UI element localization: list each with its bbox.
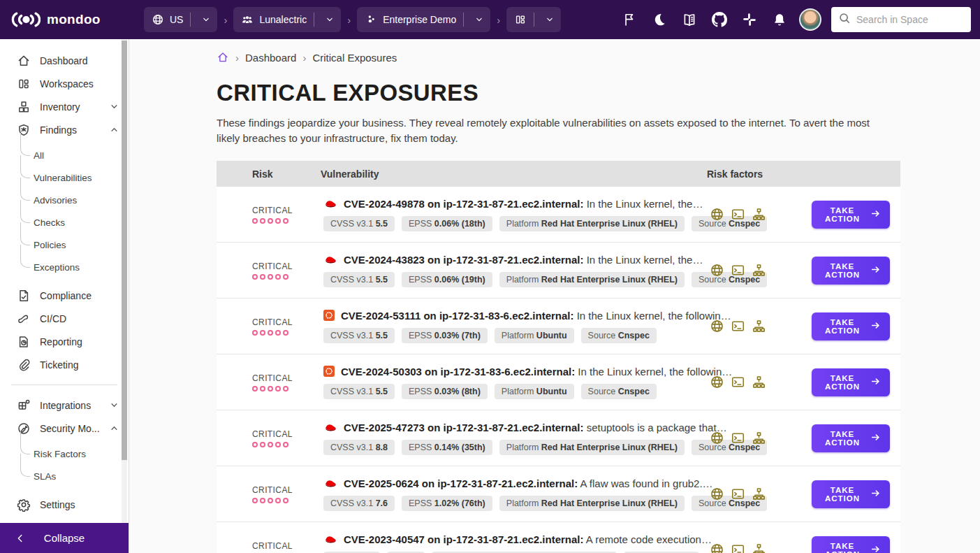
vulnerability-link[interactable]: CVE-2024-50303 on ip-172-31-83-6.ec2.int… — [341, 366, 732, 378]
internet-risk-factor-icon[interactable] — [710, 543, 724, 553]
vulnerability-link[interactable]: CVE-2024-43823 on ip-172-31-87-21.ec2.in… — [344, 254, 703, 266]
severity-dot — [283, 274, 288, 280]
badge-cvss-v3-1: CVSS v3.1 8.8 — [323, 440, 395, 455]
sidebar-subitem-checks[interactable]: Checks — [0, 211, 129, 234]
github-button[interactable] — [708, 8, 731, 31]
sidebar-collapse-button[interactable]: Collapse — [0, 523, 129, 553]
vulnerability-link[interactable]: CVE-2025-0624 on ip-172-31-87-21.ec2.int… — [344, 477, 713, 489]
redhat-icon — [323, 422, 337, 432]
risk-severity-label: CRITICAL — [252, 206, 321, 215]
terminal-risk-factor-icon[interactable] — [731, 487, 745, 501]
sidebar-subitem-all[interactable]: All — [0, 144, 129, 166]
internet-risk-factor-icon[interactable] — [710, 431, 724, 445]
sidebar-item-ticketing[interactable]: Ticketing — [0, 353, 129, 376]
vulnerability-link[interactable]: CVE-2023-40547 on ip-172-31-87-21.ec2.in… — [344, 533, 712, 545]
sidebar-item-inventory[interactable]: Inventory — [0, 95, 129, 118]
terminal-risk-factor-icon[interactable] — [731, 543, 745, 553]
internet-risk-factor-icon[interactable] — [710, 319, 724, 333]
chip-divider — [190, 13, 191, 27]
notifications-button[interactable] — [768, 8, 791, 31]
terminal-risk-factor-icon[interactable] — [731, 207, 745, 222]
network-risk-factor-icon[interactable] — [752, 319, 766, 333]
organization-selector[interactable]: Lunalectric — [233, 7, 341, 32]
github-icon — [712, 12, 727, 27]
docs-button[interactable] — [678, 8, 701, 31]
sidebar-item-ci-cd[interactable]: CI/CD — [0, 307, 129, 330]
action-cell: TAKE ACTION — [812, 424, 900, 452]
severity-dot — [252, 498, 258, 503]
network-risk-factor-icon[interactable] — [752, 207, 766, 222]
sidebar-item-workspaces[interactable]: Workspaces — [0, 72, 129, 95]
take-action-button[interactable]: TAKE ACTION — [812, 201, 890, 229]
network-risk-factor-icon[interactable] — [752, 431, 766, 445]
action-cell: TAKE ACTION — [812, 257, 900, 285]
chevron-down-icon[interactable] — [540, 9, 560, 30]
redhat-icon — [323, 534, 337, 544]
severity-dot — [275, 330, 281, 336]
search-input[interactable] — [856, 14, 964, 25]
network-risk-factor-icon[interactable] — [752, 263, 766, 278]
sidebar-item-compliance[interactable]: Compliance — [0, 284, 129, 307]
chevron-down-icon[interactable] — [469, 9, 489, 30]
sidebar-subitem-vulnerabilities[interactable]: Vulnerabilities — [0, 166, 129, 189]
internet-risk-factor-icon[interactable] — [710, 263, 724, 278]
sidebar-item-settings[interactable]: Settings — [0, 493, 129, 516]
sidebar-subitem-policies[interactable]: Policies — [0, 234, 129, 256]
breadcrumb-item[interactable]: Critical Exposures — [312, 52, 397, 64]
scope-breadcrumb: US›Lunalectric›Enterprise Demo› — [144, 7, 561, 32]
sidebar-item-integrations[interactable]: Integrations — [0, 394, 129, 417]
sidebar-scrollbar[interactable] — [122, 39, 127, 523]
sidebar-item-reporting[interactable]: Reporting — [0, 330, 129, 353]
sidebar-subitem-exceptions[interactable]: Exceptions — [0, 256, 129, 278]
terminal-risk-factor-icon[interactable] — [731, 263, 745, 278]
sidebar-subitem-slas[interactable]: SLAs — [0, 465, 129, 487]
sidebar-item-dashboard[interactable]: Dashboard — [0, 49, 129, 72]
sidebar-item-findings[interactable]: Findings — [0, 118, 129, 141]
badge-row: CVSS v3.1 5.5EPSS 0.06% (18th)Platform R… — [323, 216, 707, 231]
internet-risk-factor-icon[interactable] — [710, 487, 724, 501]
slack-button[interactable] — [738, 8, 761, 31]
space-selector[interactable]: Enterprise Demo — [357, 7, 490, 32]
take-action-button[interactable]: TAKE ACTION — [812, 368, 890, 396]
user-avatar[interactable] — [799, 8, 821, 31]
sidebar-item-label: Dashboard — [40, 55, 88, 66]
take-action-button[interactable]: TAKE ACTION — [812, 480, 890, 508]
sidebar-subitem-advisories[interactable]: Advisories — [0, 189, 129, 211]
sidebar-subitem-risk-factors[interactable]: Risk Factors — [0, 443, 129, 465]
chevron-down-icon[interactable] — [196, 9, 216, 30]
feature-flags-button[interactable] — [617, 8, 641, 31]
chevron-down-icon[interactable] — [320, 9, 339, 30]
workspace-selector[interactable] — [506, 7, 561, 32]
vulnerability-link[interactable]: CVE-2024-49878 on ip-172-31-87-21.ec2.in… — [344, 198, 703, 210]
network-risk-factor-icon[interactable] — [752, 543, 766, 553]
action-cell: TAKE ACTION — [812, 536, 900, 553]
severity-dot — [268, 442, 273, 447]
mondoo-logo[interactable]: mondoo — [11, 10, 131, 29]
take-action-button[interactable]: TAKE ACTION — [812, 257, 890, 285]
network-risk-factor-icon[interactable] — [752, 375, 766, 389]
chevron-down-icon — [108, 399, 120, 411]
vulnerability-link[interactable]: CVE-2025-47273 on ip-172-31-87-21.ec2.in… — [344, 422, 727, 433]
vulnerability-cell: CVE-2024-43823 on ip-172-31-87-21.ec2.in… — [321, 254, 707, 287]
network-risk-factor-icon[interactable] — [752, 487, 766, 501]
home-icon[interactable] — [217, 51, 229, 64]
region-selector[interactable]: US — [144, 7, 217, 32]
internet-risk-factor-icon[interactable] — [710, 207, 724, 222]
terminal-risk-factor-icon[interactable] — [731, 431, 745, 445]
take-action-button[interactable]: TAKE ACTION — [812, 536, 890, 553]
chevron-left-icon — [14, 532, 27, 545]
take-action-button[interactable]: TAKE ACTION — [812, 313, 890, 340]
terminal-risk-factor-icon[interactable] — [731, 319, 745, 333]
breadcrumb: ›Dashboard›Critical Exposures — [217, 51, 900, 64]
terminal-risk-factor-icon[interactable] — [731, 375, 745, 389]
sidebar-item-security-mo[interactable]: Security Mo... — [0, 417, 129, 440]
dark-mode-toggle[interactable] — [648, 8, 671, 31]
take-action-button[interactable]: TAKE ACTION — [812, 424, 890, 452]
internet-risk-factor-icon[interactable] — [710, 375, 724, 389]
region-selector-label: US — [170, 14, 183, 25]
breadcrumb-item[interactable]: Dashboard — [245, 52, 296, 64]
vulnerability-link[interactable]: CVE-2024-53111 on ip-172-31-83-6.ec2.int… — [341, 310, 731, 322]
vulnerability-cell: CVE-2023-40547 on ip-172-31-87-21.ec2.in… — [321, 533, 707, 553]
severity-dot — [268, 274, 273, 280]
badge-cvss-v3-1: CVSS v3.1 5.5 — [323, 272, 395, 287]
